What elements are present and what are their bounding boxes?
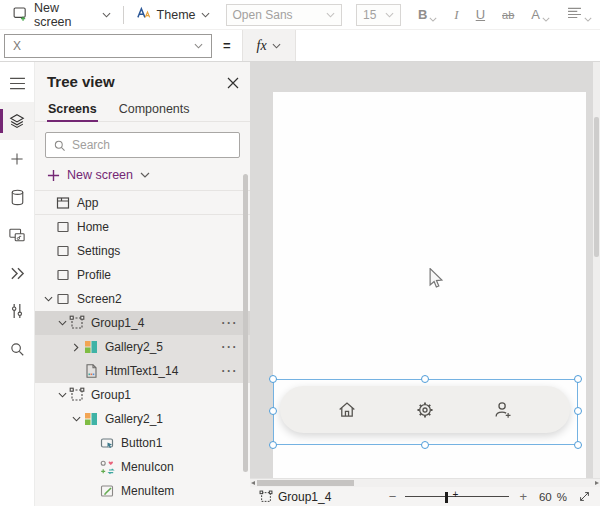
italic-glyph: I xyxy=(454,7,458,23)
screen-icon xyxy=(55,243,71,259)
resize-handle[interactable] xyxy=(574,375,582,383)
equals-sign: = xyxy=(223,38,231,53)
text-align-button[interactable] xyxy=(567,7,592,22)
canvas-area[interactable] xyxy=(250,62,600,478)
add-person-icon[interactable] xyxy=(492,399,514,421)
resize-handle[interactable] xyxy=(421,375,429,383)
search-icon xyxy=(9,341,25,357)
group-icon xyxy=(69,387,85,403)
expand-diagonal-icon xyxy=(578,490,591,503)
chevron-down-icon[interactable] xyxy=(55,392,69,398)
chevron-down-icon xyxy=(385,12,394,18)
scroll-right-arrow[interactable] xyxy=(595,481,599,485)
resize-handle[interactable] xyxy=(421,441,429,449)
tree-item-label: Gallery2_5 xyxy=(105,340,163,354)
power-automate-rail-button[interactable] xyxy=(0,254,34,292)
tree-search-input[interactable] xyxy=(72,138,232,152)
selected-control-name: Group1_4 xyxy=(278,490,331,504)
tree-item-menuitem[interactable]: MenuItem xyxy=(35,479,250,503)
selected-group-outline[interactable] xyxy=(273,379,578,445)
mouse-cursor xyxy=(428,268,444,292)
strikethrough-button[interactable]: ab xyxy=(502,9,514,21)
tree-item-app[interactable]: App xyxy=(35,191,250,215)
font-size-select[interactable]: 15 xyxy=(356,4,401,26)
canvas-horizontal-scrollbar[interactable] xyxy=(250,478,600,487)
search-rail-button[interactable] xyxy=(0,330,34,368)
tab-components[interactable]: Components xyxy=(118,97,191,121)
zoom-slider-thumb[interactable] xyxy=(445,492,448,503)
advanced-tools-rail-button[interactable] xyxy=(0,292,34,330)
font-color-glyph: A xyxy=(531,7,540,22)
scrollbar-thumb[interactable] xyxy=(594,117,599,257)
close-panel-button[interactable] xyxy=(227,75,239,93)
tab-screens[interactable]: Screens xyxy=(47,97,98,121)
tree-item-group1[interactable]: Group1 xyxy=(35,383,250,407)
tree-item-label: Screen2 xyxy=(77,292,122,306)
font-color-button[interactable]: A xyxy=(531,7,550,22)
zoom-in-button[interactable]: + xyxy=(519,489,527,504)
tree-item-profile[interactable]: Profile xyxy=(35,263,250,287)
strikethrough-glyph: ab xyxy=(502,9,514,21)
tree-view-tabs: ScreensComponents xyxy=(35,97,250,122)
tree-scrollbar-thumb[interactable] xyxy=(243,174,248,472)
new-screen-label: New screen xyxy=(34,1,97,29)
resize-handle[interactable] xyxy=(269,407,277,415)
tree-item-menuicon[interactable]: MenuIcon xyxy=(35,455,250,479)
tree-view-title: Tree view xyxy=(35,62,250,97)
resize-handle[interactable] xyxy=(269,441,277,449)
chevron-down-icon xyxy=(201,12,210,18)
tree-item-htmltext1_14[interactable]: HtmlText1_14··· xyxy=(35,359,250,383)
scroll-left-arrow[interactable] xyxy=(251,481,255,485)
resize-handle[interactable] xyxy=(574,407,582,415)
status-bar: Group1_4 − + 60% xyxy=(250,487,600,506)
tree-item-label: App xyxy=(77,196,98,210)
menuicon-icon xyxy=(99,459,115,475)
fx-dropdown-button[interactable]: fx xyxy=(242,30,296,61)
font-size-value: 15 xyxy=(363,8,376,22)
scrollbar-thumb[interactable] xyxy=(257,480,354,486)
tree-item-button1[interactable]: Button1 xyxy=(35,431,250,455)
font-family-select[interactable]: Open Sans xyxy=(226,4,343,26)
tree-view-rail-button[interactable] xyxy=(0,102,34,140)
toolbar-divider xyxy=(123,6,124,24)
tree-item-gallery2_5[interactable]: Gallery2_5··· xyxy=(35,335,250,359)
resize-handle[interactable] xyxy=(269,375,277,383)
navigation-bar-group[interactable] xyxy=(280,386,570,433)
tree-search-box[interactable] xyxy=(45,132,240,158)
tree-item-screen2[interactable]: Screen2 xyxy=(35,287,250,311)
italic-button[interactable]: I xyxy=(454,7,458,23)
media-rail-button[interactable] xyxy=(0,216,34,254)
chevron-down-icon[interactable] xyxy=(55,320,69,326)
tree-item-group1_4[interactable]: Group1_4··· xyxy=(35,311,250,335)
canvas-vertical-scrollbar[interactable] xyxy=(593,62,600,478)
underline-button[interactable]: U xyxy=(476,7,485,22)
zoom-slider[interactable] xyxy=(405,490,509,504)
hamburger-menu-button[interactable] xyxy=(0,64,34,102)
tree-item-label: MenuItem xyxy=(121,484,174,498)
chevron-down-icon xyxy=(140,172,150,178)
chevron-down-icon[interactable] xyxy=(69,416,83,422)
home-icon[interactable] xyxy=(336,399,358,421)
htmltext-icon xyxy=(83,363,99,379)
resize-handle[interactable] xyxy=(574,441,582,449)
new-screen-button[interactable]: New screen xyxy=(8,0,115,31)
formula-input[interactable] xyxy=(296,30,600,61)
tree-item-label: MenuIcon xyxy=(121,460,174,474)
zoom-out-button[interactable]: − xyxy=(389,489,397,504)
theme-button[interactable]: Theme xyxy=(132,4,214,25)
chevron-down-icon[interactable] xyxy=(41,296,55,302)
property-select[interactable]: X xyxy=(4,34,212,58)
chevron-right-icon[interactable] xyxy=(69,343,83,352)
tree-item-home[interactable]: Home xyxy=(35,215,250,239)
fit-to-window-button[interactable] xyxy=(578,490,591,503)
tree-item-gallery2_1[interactable]: Gallery2_1 xyxy=(35,407,250,431)
data-rail-button[interactable] xyxy=(0,178,34,216)
insert-rail-button[interactable] xyxy=(0,140,34,178)
close-icon xyxy=(227,77,239,89)
chevron-down-icon xyxy=(102,12,111,18)
bold-button[interactable]: B xyxy=(418,7,437,22)
settings-gear-icon[interactable] xyxy=(414,399,436,421)
tree-item-label: Button1 xyxy=(121,436,162,450)
new-screen-tree-button[interactable]: New screen xyxy=(35,165,250,190)
tree-item-settings[interactable]: Settings xyxy=(35,239,250,263)
